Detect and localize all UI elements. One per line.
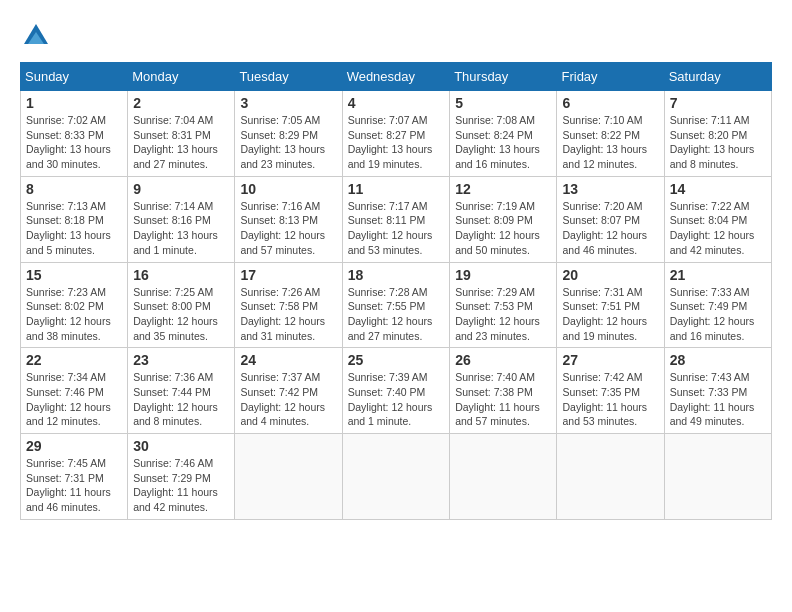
calendar-table: SundayMondayTuesdayWednesdayThursdayFrid… [20,62,772,520]
day-number: 11 [348,181,445,197]
calendar-cell: 24Sunrise: 7:37 AMSunset: 7:42 PMDayligh… [235,348,342,434]
day-number: 7 [670,95,766,111]
calendar-cell: 19Sunrise: 7:29 AMSunset: 7:53 PMDayligh… [450,262,557,348]
weekday-header: Wednesday [342,63,450,91]
calendar-row: 15Sunrise: 7:23 AMSunset: 8:02 PMDayligh… [21,262,772,348]
day-info: Sunrise: 7:34 AMSunset: 7:46 PMDaylight:… [26,370,122,429]
day-info: Sunrise: 7:07 AMSunset: 8:27 PMDaylight:… [348,113,445,172]
day-number: 8 [26,181,122,197]
day-info: Sunrise: 7:13 AMSunset: 8:18 PMDaylight:… [26,199,122,258]
calendar-cell: 15Sunrise: 7:23 AMSunset: 8:02 PMDayligh… [21,262,128,348]
day-number: 15 [26,267,122,283]
day-number: 27 [562,352,658,368]
weekday-row: SundayMondayTuesdayWednesdayThursdayFrid… [21,63,772,91]
day-info: Sunrise: 7:02 AMSunset: 8:33 PMDaylight:… [26,113,122,172]
logo-icon [20,20,52,52]
day-info: Sunrise: 7:08 AMSunset: 8:24 PMDaylight:… [455,113,551,172]
calendar-cell: 8Sunrise: 7:13 AMSunset: 8:18 PMDaylight… [21,176,128,262]
calendar-cell: 9Sunrise: 7:14 AMSunset: 8:16 PMDaylight… [128,176,235,262]
calendar-cell: 20Sunrise: 7:31 AMSunset: 7:51 PMDayligh… [557,262,664,348]
calendar-cell [664,434,771,520]
calendar-cell: 16Sunrise: 7:25 AMSunset: 8:00 PMDayligh… [128,262,235,348]
calendar-body: 1Sunrise: 7:02 AMSunset: 8:33 PMDaylight… [21,91,772,520]
calendar-cell: 2Sunrise: 7:04 AMSunset: 8:31 PMDaylight… [128,91,235,177]
day-number: 18 [348,267,445,283]
calendar-cell: 13Sunrise: 7:20 AMSunset: 8:07 PMDayligh… [557,176,664,262]
day-info: Sunrise: 7:23 AMSunset: 8:02 PMDaylight:… [26,285,122,344]
day-info: Sunrise: 7:22 AMSunset: 8:04 PMDaylight:… [670,199,766,258]
day-info: Sunrise: 7:29 AMSunset: 7:53 PMDaylight:… [455,285,551,344]
day-info: Sunrise: 7:10 AMSunset: 8:22 PMDaylight:… [562,113,658,172]
calendar-cell: 21Sunrise: 7:33 AMSunset: 7:49 PMDayligh… [664,262,771,348]
day-info: Sunrise: 7:28 AMSunset: 7:55 PMDaylight:… [348,285,445,344]
day-info: Sunrise: 7:40 AMSunset: 7:38 PMDaylight:… [455,370,551,429]
day-info: Sunrise: 7:36 AMSunset: 7:44 PMDaylight:… [133,370,229,429]
day-info: Sunrise: 7:14 AMSunset: 8:16 PMDaylight:… [133,199,229,258]
day-number: 4 [348,95,445,111]
calendar-cell: 1Sunrise: 7:02 AMSunset: 8:33 PMDaylight… [21,91,128,177]
calendar-cell: 27Sunrise: 7:42 AMSunset: 7:35 PMDayligh… [557,348,664,434]
day-info: Sunrise: 7:16 AMSunset: 8:13 PMDaylight:… [240,199,336,258]
calendar-cell: 22Sunrise: 7:34 AMSunset: 7:46 PMDayligh… [21,348,128,434]
day-number: 28 [670,352,766,368]
weekday-header: Monday [128,63,235,91]
day-info: Sunrise: 7:39 AMSunset: 7:40 PMDaylight:… [348,370,445,429]
day-info: Sunrise: 7:43 AMSunset: 7:33 PMDaylight:… [670,370,766,429]
day-number: 30 [133,438,229,454]
day-number: 25 [348,352,445,368]
calendar-cell: 14Sunrise: 7:22 AMSunset: 8:04 PMDayligh… [664,176,771,262]
day-number: 17 [240,267,336,283]
day-info: Sunrise: 7:17 AMSunset: 8:11 PMDaylight:… [348,199,445,258]
day-info: Sunrise: 7:33 AMSunset: 7:49 PMDaylight:… [670,285,766,344]
day-number: 24 [240,352,336,368]
day-info: Sunrise: 7:45 AMSunset: 7:31 PMDaylight:… [26,456,122,515]
calendar-row: 29Sunrise: 7:45 AMSunset: 7:31 PMDayligh… [21,434,772,520]
calendar-cell: 5Sunrise: 7:08 AMSunset: 8:24 PMDaylight… [450,91,557,177]
calendar-cell [342,434,450,520]
calendar-cell [557,434,664,520]
day-number: 21 [670,267,766,283]
day-number: 12 [455,181,551,197]
calendar-cell: 30Sunrise: 7:46 AMSunset: 7:29 PMDayligh… [128,434,235,520]
calendar-header: SundayMondayTuesdayWednesdayThursdayFrid… [21,63,772,91]
day-info: Sunrise: 7:37 AMSunset: 7:42 PMDaylight:… [240,370,336,429]
calendar-cell: 17Sunrise: 7:26 AMSunset: 7:58 PMDayligh… [235,262,342,348]
calendar-cell: 23Sunrise: 7:36 AMSunset: 7:44 PMDayligh… [128,348,235,434]
calendar-row: 8Sunrise: 7:13 AMSunset: 8:18 PMDaylight… [21,176,772,262]
calendar-cell: 28Sunrise: 7:43 AMSunset: 7:33 PMDayligh… [664,348,771,434]
day-info: Sunrise: 7:20 AMSunset: 8:07 PMDaylight:… [562,199,658,258]
calendar-cell: 26Sunrise: 7:40 AMSunset: 7:38 PMDayligh… [450,348,557,434]
day-number: 26 [455,352,551,368]
day-info: Sunrise: 7:46 AMSunset: 7:29 PMDaylight:… [133,456,229,515]
day-number: 22 [26,352,122,368]
day-info: Sunrise: 7:25 AMSunset: 8:00 PMDaylight:… [133,285,229,344]
day-number: 29 [26,438,122,454]
day-number: 1 [26,95,122,111]
logo [20,20,58,52]
day-info: Sunrise: 7:42 AMSunset: 7:35 PMDaylight:… [562,370,658,429]
calendar-cell [235,434,342,520]
weekday-header: Tuesday [235,63,342,91]
day-info: Sunrise: 7:04 AMSunset: 8:31 PMDaylight:… [133,113,229,172]
page-header [20,20,772,52]
calendar-row: 22Sunrise: 7:34 AMSunset: 7:46 PMDayligh… [21,348,772,434]
day-number: 6 [562,95,658,111]
day-number: 16 [133,267,229,283]
calendar-cell: 11Sunrise: 7:17 AMSunset: 8:11 PMDayligh… [342,176,450,262]
day-number: 19 [455,267,551,283]
day-info: Sunrise: 7:19 AMSunset: 8:09 PMDaylight:… [455,199,551,258]
weekday-header: Sunday [21,63,128,91]
calendar-row: 1Sunrise: 7:02 AMSunset: 8:33 PMDaylight… [21,91,772,177]
day-number: 10 [240,181,336,197]
day-number: 9 [133,181,229,197]
day-number: 5 [455,95,551,111]
day-info: Sunrise: 7:31 AMSunset: 7:51 PMDaylight:… [562,285,658,344]
weekday-header: Thursday [450,63,557,91]
calendar-cell: 25Sunrise: 7:39 AMSunset: 7:40 PMDayligh… [342,348,450,434]
day-info: Sunrise: 7:26 AMSunset: 7:58 PMDaylight:… [240,285,336,344]
calendar-cell: 12Sunrise: 7:19 AMSunset: 8:09 PMDayligh… [450,176,557,262]
calendar-cell: 18Sunrise: 7:28 AMSunset: 7:55 PMDayligh… [342,262,450,348]
day-info: Sunrise: 7:11 AMSunset: 8:20 PMDaylight:… [670,113,766,172]
day-info: Sunrise: 7:05 AMSunset: 8:29 PMDaylight:… [240,113,336,172]
calendar-cell [450,434,557,520]
